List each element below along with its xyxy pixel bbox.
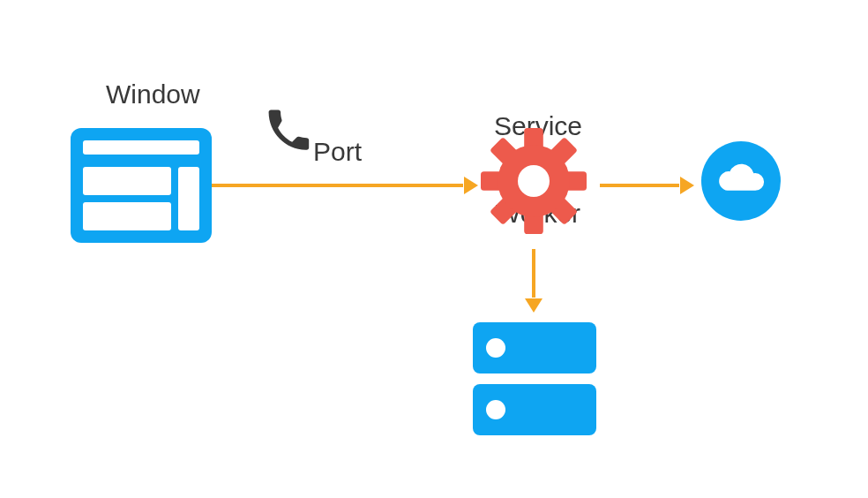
svg-point-14 (518, 165, 550, 197)
arrow-sw-to-cloud (600, 184, 679, 187)
cloud-icon (701, 141, 781, 221)
svg-rect-1 (83, 140, 199, 155)
phone-icon (265, 106, 313, 155)
svg-point-19 (486, 400, 505, 419)
svg-rect-3 (83, 202, 171, 230)
window-label: Window (106, 79, 200, 109)
svg-point-17 (486, 338, 505, 358)
window-icon (71, 128, 212, 243)
arrow-window-to-sw (212, 184, 463, 187)
gear-icon (481, 128, 587, 234)
arrow-sw-to-cache (532, 249, 535, 298)
cache-icon (473, 322, 596, 437)
svg-rect-2 (83, 167, 171, 195)
svg-rect-4 (178, 167, 199, 230)
diagram-canvas: Window Port Service Worker (0, 0, 868, 498)
port-label: Port (313, 137, 362, 166)
